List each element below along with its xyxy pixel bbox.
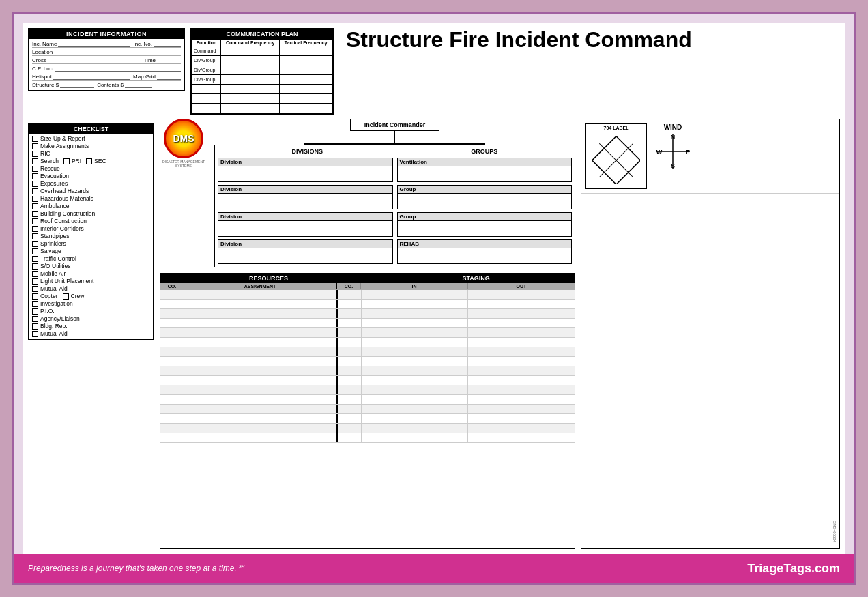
rs-row-12 bbox=[160, 405, 575, 414]
line-contents bbox=[125, 81, 152, 88]
label-inc-no: Inc. No. bbox=[133, 41, 152, 47]
rs-in-5 bbox=[362, 338, 469, 347]
cb-size-up[interactable] bbox=[32, 136, 38, 142]
label-light-unit: Light Unit Placement bbox=[40, 278, 93, 285]
col-in: IN bbox=[361, 283, 468, 289]
cb-exposures[interactable] bbox=[32, 181, 38, 187]
cb-make-assign[interactable] bbox=[32, 143, 38, 149]
cb-evacuation[interactable] bbox=[32, 173, 38, 179]
rs-assign-6 bbox=[184, 347, 338, 356]
rs-co-res-3 bbox=[160, 319, 184, 327]
cb-mobile-air[interactable] bbox=[32, 271, 38, 277]
cb-sec[interactable] bbox=[86, 158, 92, 164]
div-groups-header: DIVISIONS GROUPS bbox=[218, 148, 572, 155]
divisions-header-label: DIVISIONS bbox=[292, 148, 323, 155]
division-3: Division bbox=[218, 212, 393, 237]
group-2-body bbox=[398, 221, 572, 236]
cb-sprinklers[interactable] bbox=[32, 241, 38, 247]
line-time bbox=[157, 57, 181, 63]
comm-tac-7 bbox=[280, 104, 332, 113]
cb-interior[interactable] bbox=[32, 226, 38, 232]
cb-roof-const[interactable] bbox=[32, 218, 38, 224]
group-ventilation-body bbox=[398, 166, 572, 181]
rs-subheader: CO. ASSIGNMENT CO. IN OUT bbox=[160, 283, 575, 290]
label-structure: Structure $ bbox=[32, 82, 59, 88]
comm-row-4: Div/Group bbox=[192, 75, 332, 85]
cb-copter[interactable] bbox=[32, 293, 38, 300]
cb-traffic[interactable] bbox=[32, 256, 38, 262]
label-copter: Copter bbox=[40, 293, 58, 300]
rs-co-stg-12 bbox=[338, 405, 362, 413]
division-3-body bbox=[218, 221, 392, 236]
comm-cmd-7 bbox=[221, 104, 280, 113]
division-4-body bbox=[218, 248, 392, 263]
rs-co-res-1 bbox=[160, 300, 184, 308]
col-tac-freq: Tactical Frequency bbox=[280, 40, 332, 46]
cb-rescue[interactable] bbox=[32, 166, 38, 172]
staging-title: STAGING bbox=[377, 274, 575, 283]
label-bldg-rep: Bldg. Rep. bbox=[40, 323, 68, 330]
rs-co-stg-1 bbox=[338, 300, 362, 308]
label-704-title: 704 LABEL bbox=[586, 124, 646, 132]
rs-out-13 bbox=[468, 414, 575, 423]
item-interior: Interior Corridors bbox=[32, 225, 150, 232]
dms-subtitle: DISASTER MANAGEMENTSYSTEMS bbox=[162, 160, 205, 168]
line-cross bbox=[48, 57, 141, 63]
cb-bldg-rep[interactable] bbox=[32, 323, 38, 330]
field-row-inc: Inc. Name Inc. No. bbox=[32, 40, 181, 48]
rs-out-12 bbox=[468, 405, 575, 413]
group-ventilation: Ventilation bbox=[397, 158, 573, 182]
cb-overhead[interactable] bbox=[32, 188, 38, 194]
cb-hazmat[interactable] bbox=[32, 196, 38, 202]
cb-so-utilities[interactable] bbox=[32, 263, 38, 270]
wind-box: WIND N S W E bbox=[652, 123, 693, 189]
label-time: Time bbox=[144, 57, 156, 63]
blank-area bbox=[581, 193, 839, 548]
comm-row-2: Div/Group bbox=[192, 56, 332, 65]
cb-mutual-aid-1[interactable] bbox=[32, 286, 38, 292]
footer-tagline: Preparedness is a journey that's taken o… bbox=[28, 564, 245, 573]
cb-light-unit[interactable] bbox=[32, 278, 38, 285]
cb-standpipes[interactable] bbox=[32, 233, 38, 239]
rs-row-4 bbox=[160, 328, 575, 338]
cb-search[interactable] bbox=[32, 158, 38, 164]
cb-bldg-const[interactable] bbox=[32, 211, 38, 217]
group-2: Group bbox=[397, 212, 573, 237]
rs-assign-12 bbox=[184, 405, 338, 413]
rs-row-2 bbox=[160, 309, 575, 319]
rs-out-8 bbox=[468, 366, 575, 375]
label-hazmat: Hazardous Materials bbox=[40, 195, 93, 202]
cb-pri[interactable] bbox=[63, 158, 70, 164]
cb-investigation[interactable] bbox=[32, 301, 38, 307]
cb-crew[interactable] bbox=[63, 293, 69, 300]
item-hazmat: Hazardous Materials bbox=[32, 195, 150, 202]
cb-ric[interactable] bbox=[32, 151, 38, 157]
cb-mutual-aid-2[interactable] bbox=[32, 331, 38, 337]
line-inc-name bbox=[58, 40, 130, 47]
item-make-assign: Make Assignments bbox=[32, 143, 150, 149]
item-bldg-rep: Bldg. Rep. bbox=[32, 323, 150, 330]
comm-cmd-1 bbox=[221, 46, 280, 56]
cb-agency[interactable] bbox=[32, 316, 38, 322]
rs-data-rows bbox=[160, 290, 575, 443]
label-overhead: Overhead Hazards bbox=[40, 188, 89, 194]
rs-co-res-9 bbox=[160, 376, 184, 385]
rs-co-stg-8 bbox=[338, 366, 362, 375]
label-interior: Interior Corridors bbox=[40, 225, 84, 232]
rs-co-stg-10 bbox=[338, 385, 362, 394]
comm-cmd-4 bbox=[221, 75, 280, 85]
cb-ambulance[interactable] bbox=[32, 203, 38, 209]
label-wind-area: 704 LABEL WIND bbox=[581, 119, 839, 193]
ic-section: Incident Commander DIVISIONS GROUP bbox=[214, 119, 575, 267]
cb-pio[interactable] bbox=[32, 308, 38, 315]
rs-co-res-0 bbox=[160, 290, 184, 299]
rs-assign-3 bbox=[184, 319, 338, 327]
rs-row-13 bbox=[160, 414, 575, 424]
item-pio: P.I.O. bbox=[32, 308, 150, 315]
cb-salvage[interactable] bbox=[32, 248, 38, 254]
rs-row-14 bbox=[160, 424, 575, 433]
rs-row-9 bbox=[160, 376, 575, 385]
item-traffic: Traffic Control bbox=[32, 255, 150, 262]
col-out: OUT bbox=[468, 283, 575, 289]
label-search: Search bbox=[40, 158, 59, 164]
